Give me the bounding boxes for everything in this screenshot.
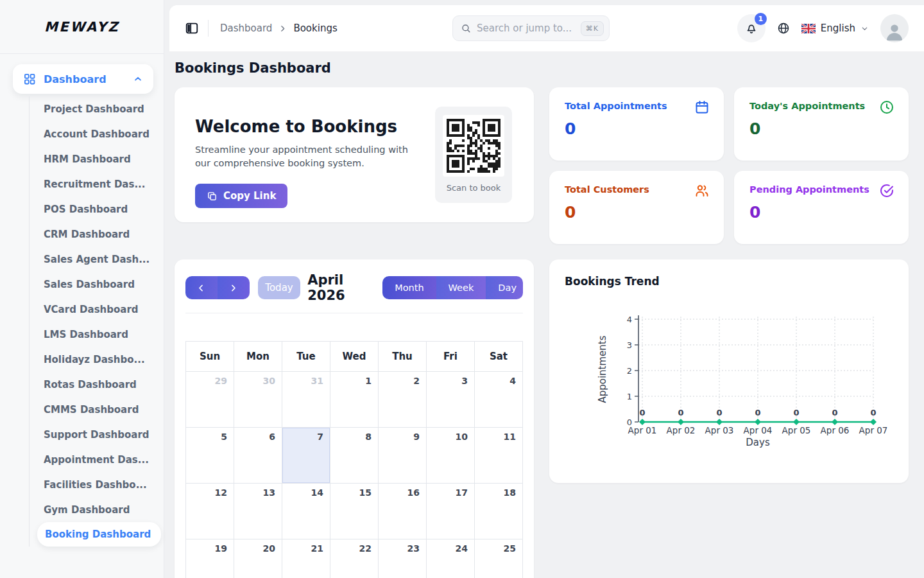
calendar-day-3[interactable]: 3 xyxy=(427,372,475,428)
stat-card-today-s-appointments: Today's Appointments0 xyxy=(734,87,909,161)
breadcrumb-dashboard[interactable]: Dashboard xyxy=(220,22,272,34)
calendar-week-row: 567891011 xyxy=(186,428,523,484)
globe-icon[interactable] xyxy=(777,22,790,35)
sidebar-toggle-icon[interactable] xyxy=(185,21,199,35)
svg-text:3: 3 xyxy=(627,340,632,350)
sidebar-item-crm-dashboard[interactable]: CRM Dashboard xyxy=(44,222,153,247)
sidebar-item-lms-dashboard[interactable]: LMS Dashboard xyxy=(44,322,153,347)
calendar-day-14[interactable]: 14 xyxy=(282,484,330,539)
sidebar-item-booking-dashboard[interactable]: Booking Dashboard xyxy=(37,522,161,547)
uk-flag-icon xyxy=(801,24,816,33)
sidebar-item-rotas-dashboard[interactable]: Rotas Dashboard xyxy=(44,372,153,397)
calendar-view-day[interactable]: Day xyxy=(486,276,523,299)
svg-text:Apr 04: Apr 04 xyxy=(744,425,773,435)
sidebar-item-vcard-dashboard[interactable]: VCard Dashboard xyxy=(44,297,153,322)
svg-text:2: 2 xyxy=(627,366,632,376)
calendar-day-18[interactable]: 18 xyxy=(475,484,523,539)
calendar-day-7[interactable]: 7 xyxy=(282,428,330,484)
stat-card-total-customers: Total Customers0 xyxy=(549,171,724,244)
sidebar-item-project-dashboard[interactable]: Project Dashboard xyxy=(44,96,153,121)
calendar-day-9[interactable]: 9 xyxy=(379,428,427,484)
chevron-up-icon xyxy=(133,74,143,84)
sidebar-item-holidayz-dashbo[interactable]: Holidayz Dashbo... xyxy=(44,347,153,372)
calendar-day-25[interactable]: 25 xyxy=(475,539,523,578)
sidebar-section-dashboard[interactable]: Dashboard xyxy=(13,64,153,94)
sidebar-item-account-dashboard[interactable]: Account Dashboard xyxy=(44,121,153,146)
sidebar-item-sales-agent-dash[interactable]: Sales Agent Dash... xyxy=(44,247,153,272)
sidebar-nav: Dashboard Project DashboardAccount Dashb… xyxy=(0,54,164,547)
svg-text:0: 0 xyxy=(678,408,683,417)
search-shortcut-badge: ⌘K xyxy=(581,21,604,36)
calendar-day-6[interactable]: 6 xyxy=(234,428,282,484)
calendar-weekday-row: SunMonTueWedThuFriSat xyxy=(186,342,523,372)
calendar-view-week[interactable]: Week xyxy=(436,276,486,299)
chevron-down-icon xyxy=(860,24,869,33)
welcome-description: Streamline your appointment scheduling w… xyxy=(195,143,426,170)
calendar-day-5[interactable]: 5 xyxy=(186,428,234,484)
calendar-day-12[interactable]: 12 xyxy=(186,484,234,539)
calendar-view-month[interactable]: Month xyxy=(382,276,436,299)
user-avatar[interactable] xyxy=(880,14,909,42)
calendar-day-16[interactable]: 16 xyxy=(379,484,427,539)
calendar-day-13[interactable]: 13 xyxy=(234,484,282,539)
sidebar-item-gym-dashboard[interactable]: Gym Dashboard xyxy=(44,497,153,522)
svg-text:0: 0 xyxy=(755,408,760,417)
qr-panel: Scan to book xyxy=(435,107,512,203)
calendar-day-4[interactable]: 4 xyxy=(475,372,523,428)
calendar-day-20[interactable]: 20 xyxy=(234,539,282,578)
stat-label: Today's Appointments xyxy=(749,101,893,111)
search-icon xyxy=(461,23,472,34)
calendar-day-22[interactable]: 22 xyxy=(330,539,379,578)
language-selector[interactable]: English xyxy=(801,22,869,34)
qr-caption: Scan to book xyxy=(447,183,501,193)
svg-text:0: 0 xyxy=(870,408,876,417)
svg-text:0: 0 xyxy=(832,408,837,417)
breadcrumb-bookings: Bookings xyxy=(293,22,337,34)
sidebar-item-appointment-das[interactable]: Appointment Das... xyxy=(44,447,153,472)
calendar-day-30[interactable]: 30 xyxy=(234,372,282,428)
svg-text:Apr 05: Apr 05 xyxy=(782,425,811,435)
stat-value: 0 xyxy=(749,119,893,138)
search-box[interactable]: ⌘K xyxy=(452,15,610,41)
sidebar-item-facilities-dashbo[interactable]: Facilities Dashbo... xyxy=(44,472,153,497)
calendar-day-29[interactable]: 29 xyxy=(186,372,234,428)
weekday-header-wed: Wed xyxy=(330,342,379,372)
calendar-day-23[interactable]: 23 xyxy=(379,539,427,578)
stat-value: 0 xyxy=(565,203,708,222)
calendar-next-button[interactable] xyxy=(218,276,250,299)
grid-icon xyxy=(23,73,36,85)
calendar-day-2[interactable]: 2 xyxy=(379,372,427,428)
calendar-day-11[interactable]: 11 xyxy=(475,428,523,484)
calendar-day-10[interactable]: 10 xyxy=(427,428,475,484)
stats-grid: Total Appointments0Today's Appointments0… xyxy=(549,87,909,244)
weekday-header-sun: Sun xyxy=(186,342,234,372)
svg-text:Appointments: Appointments xyxy=(597,335,608,403)
sidebar-item-sales-dashboard[interactable]: Sales Dashboard xyxy=(44,272,153,297)
calendar-day-19[interactable]: 19 xyxy=(186,539,234,578)
notifications-button[interactable]: 1 xyxy=(737,14,766,42)
calendar-week-row: 2930311234 xyxy=(186,372,523,428)
calendar-day-21[interactable]: 21 xyxy=(282,539,330,578)
sidebar-item-cmms-dashboard[interactable]: CMMS Dashboard xyxy=(44,397,153,422)
search-input[interactable] xyxy=(477,22,581,34)
svg-text:0: 0 xyxy=(716,408,722,417)
stat-label: Pending Appointments xyxy=(749,184,893,195)
calendar-day-17[interactable]: 17 xyxy=(427,484,475,539)
calendar-day-15[interactable]: 15 xyxy=(330,484,379,539)
calendar-day-24[interactable]: 24 xyxy=(427,539,475,578)
copy-link-button[interactable]: Copy Link xyxy=(195,184,287,208)
calendar-day-31[interactable]: 31 xyxy=(282,372,330,428)
sidebar-item-hrm-dashboard[interactable]: HRM Dashboard xyxy=(44,146,153,171)
bookings-trend-card: Bookings Trend 01234Apr 01Apr 02Apr 03Ap… xyxy=(549,259,909,483)
sidebar-item-support-dashboard[interactable]: Support Dashboard xyxy=(44,422,153,447)
language-label: English xyxy=(821,22,855,34)
clock-icon xyxy=(879,100,894,115)
sidebar-item-recruitment-das[interactable]: Recruitment Das... xyxy=(44,171,153,197)
calendar-day-8[interactable]: 8 xyxy=(330,428,379,484)
calendar-today-button[interactable]: Today xyxy=(258,276,300,299)
calendar-day-1[interactable]: 1 xyxy=(330,372,379,428)
calendar-prev-button[interactable] xyxy=(185,276,218,299)
calendar-title: April 2026 xyxy=(307,272,382,303)
sidebar-item-pos-dashboard[interactable]: POS Dashboard xyxy=(44,197,153,222)
qr-code xyxy=(443,115,504,177)
